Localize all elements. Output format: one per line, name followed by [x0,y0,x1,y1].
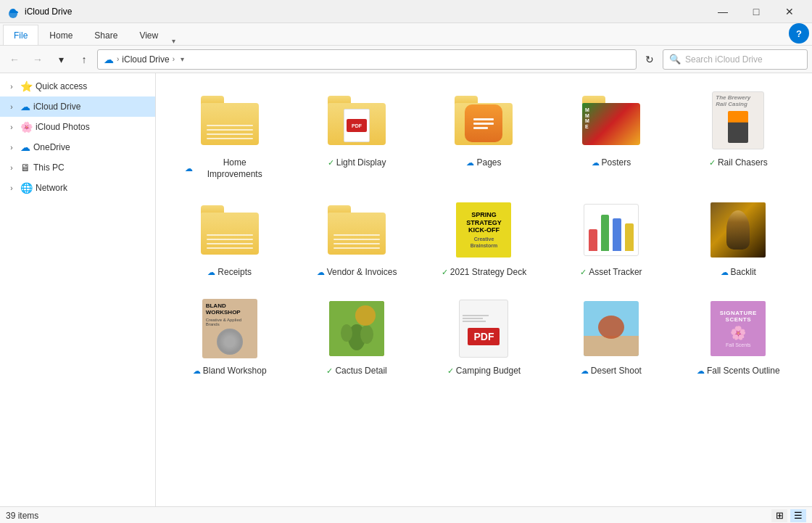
sidebar-item-onedrive[interactable]: › ☁ OneDrive [0,137,155,157]
svg-rect-7 [584,336,639,356]
check-status-icon: ✓ [447,366,454,376]
tab-file[interactable]: File [3,25,38,45]
address-path-text: iCloud Drive [122,54,169,65]
scents-icon: 🌸 [730,325,746,341]
sidebar-item-network[interactable]: › 🌐 Network [0,178,155,198]
file-item-desert-shoot[interactable]: ☁ Desert Shoot [549,290,673,383]
history-button[interactable]: ▾ [51,49,71,70]
cloud-status-icon: ☁ [185,164,193,173]
pages-icon-line-short [473,127,488,129]
file-item-receipts[interactable]: ☁ Receipts [167,192,291,284]
address-path[interactable]: ☁ › iCloud Drive › ▾ [97,49,637,70]
folder-line [207,243,253,244]
address-separator: › [117,55,119,63]
sidebar-label-this-pc: This PC [33,162,65,173]
tab-share[interactable]: Share [83,25,128,45]
pdf-label: PDF [468,328,500,345]
back-button[interactable]: ← [4,49,25,70]
view-details[interactable]: ☰ [790,509,806,522]
chart-thumb [584,204,639,256]
cloud-status-icon: ☁ [207,268,215,277]
bland-circle [217,329,243,355]
sidebar-label-icloud-photos: iCloud Photos [36,122,90,132]
file-item-cactus-detail[interactable]: ✓ Cactus Detail [294,290,418,383]
onedrive-icon: ☁ [20,141,30,153]
content-area: ☁ Home Improvements PDF [156,73,812,506]
pdf-inside: PDF [344,109,370,142]
file-thumbnail-home-improvements [197,88,262,153]
status-bar-right: ⊞ ☰ [771,509,806,522]
file-item-fall-scents[interactable]: SIGNATURESCENTS 🌸 Fall Scents ☁ Fall Sce… [676,290,800,383]
minimize-button[interactable]: — [706,0,740,23]
file-item-home-improvements[interactable]: ☁ Home Improvements [167,82,291,186]
cloud-status-icon: ☁ [581,366,589,376]
search-box[interactable]: 🔍 Search iCloud Drive [663,49,808,70]
backlit-thumb [710,202,766,258]
folder-body [201,103,259,145]
file-item-rail-chasers[interactable]: The Brewery Rail Casing ✓ Rail Chasers [676,82,800,186]
strategy-thumb: SPRINGSTRATEGYKICK-OFF CreativeBrainstor… [456,202,511,258]
file-status: ☁ Fall Scents Outline [697,366,780,377]
folder-line [207,129,253,131]
cloud-status-icon: ☁ [466,158,474,168]
file-name-receipts: Receipts [218,267,252,279]
address-dropdown-icon[interactable]: ▾ [181,55,184,63]
file-item-vendor-invoices[interactable]: ☁ Vendor & Invoices [294,192,418,284]
check-status-icon: ✓ [442,268,448,277]
file-item-2021-strategy[interactable]: SPRINGSTRATEGYKICK-OFF CreativeBrainstor… [422,192,546,284]
sidebar-item-quick-access[interactable]: › ⭐ Quick access [0,76,155,96]
up-button[interactable]: ↑ [74,49,94,70]
pdf-badge: PDF [347,119,367,132]
expand-icon-onedrive: › [6,141,17,153]
folder-line [207,239,253,240]
pdf-thumb: PDF [459,300,508,358]
file-name-bland: Bland Workshop [203,366,267,377]
folder-icon [201,96,259,145]
folder-body [328,213,386,255]
sidebar-item-icloud-drive[interactable]: › ☁ iCloud Drive [0,96,155,117]
chart-bar-1 [589,229,597,251]
folder-body [201,213,259,255]
quick-access-icon: ⭐ [20,81,33,92]
folder-line [207,133,253,135]
file-thumbnail-pdf: PDF [451,296,516,361]
file-item-posters[interactable]: MMME ☁ Posters [549,82,673,186]
sidebar-label-network: Network [36,183,67,193]
file-name-posters: Posters [602,157,631,169]
maximize-button[interactable]: □ [740,0,773,23]
refresh-button[interactable]: ↻ [639,49,660,70]
file-status: ☁ Home Improvements [185,157,275,180]
file-item-backlit[interactable]: ☁ Backlit [676,192,800,284]
tab-view[interactable]: View [128,25,169,45]
tab-home[interactable]: Home [38,25,83,45]
address-end-arrow: › [173,55,175,63]
close-button[interactable]: ✕ [773,0,806,23]
sidebar-item-icloud-photos[interactable]: › 🌸 iCloud Photos [0,117,155,137]
check-outline-status-icon: ✓ [709,158,716,168]
expand-icon-icloud: › [6,101,17,112]
ribbon-expand-icon[interactable]: ▾ [169,37,178,45]
file-name-asset-tracker: Asset Tracker [589,267,642,279]
file-item-camping-budget[interactable]: PDF ✓ Camping Budget [422,290,546,383]
window-title: iCloud Drive [25,7,706,17]
bland-thumb: BLANDWORKSHOP Creative & Applied Brands [202,299,257,358]
pages-icon-lines [473,118,494,129]
forward-button[interactable]: → [28,49,48,70]
file-item-pages[interactable]: ☁ Pages [422,82,546,186]
help-button[interactable]: ? [789,23,809,44]
file-item-asset-tracker[interactable]: ✓ Asset Tracker [549,192,673,284]
file-thumbnail-scents: SIGNATURESCENTS 🌸 Fall Scents [705,296,771,361]
view-large-icons[interactable]: ⊞ [771,509,787,522]
svg-point-8 [598,316,624,339]
svg-point-4 [360,325,373,344]
expand-icon-network: › [6,182,17,194]
file-item-light-display[interactable]: PDF ✓ Light Display [294,82,418,186]
sidebar-item-this-pc[interactable]: › 🖥 This PC [0,157,155,178]
svg-point-5 [355,305,376,326]
chart-bar-2 [601,215,610,251]
file-item-bland-workshop[interactable]: BLANDWORKSHOP Creative & Applied Brands … [167,290,291,383]
sidebar: › ⭐ Quick access › ☁ iCloud Drive › 🌸 iC… [0,73,156,506]
file-status: ☁ Desert Shoot [581,366,642,377]
file-thumbnail-desert [579,296,644,361]
expand-icon: › [6,81,17,92]
